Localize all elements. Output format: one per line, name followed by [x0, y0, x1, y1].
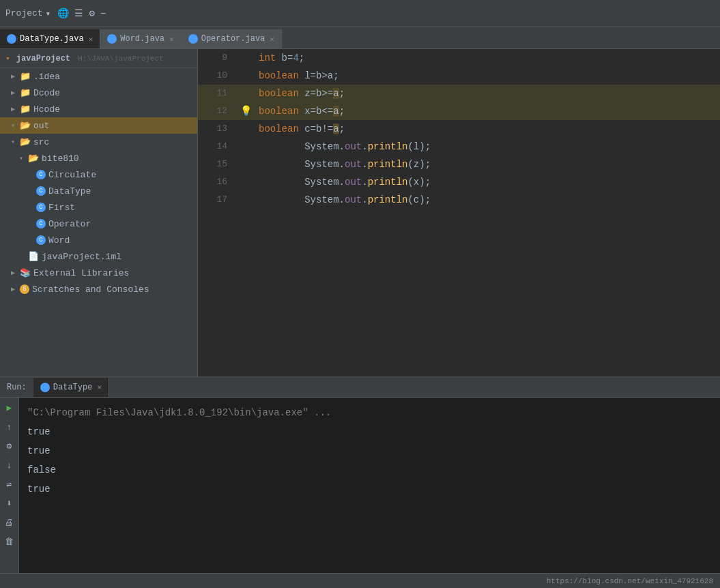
- code-text-16c: (x);: [407, 177, 431, 188]
- code-editor[interactable]: 9 int b=4; 10 boolean l=b>a; 11 boolean …: [198, 49, 720, 377]
- code-text-14a: System.: [259, 141, 345, 152]
- wrap-btn[interactable]: ⇌: [2, 477, 17, 492]
- keyword-boolean-12: boolean: [259, 106, 299, 117]
- arrow-dcode: ▶: [11, 89, 18, 97]
- code-content-16: System.out.println(x);: [256, 173, 720, 191]
- bottom-tab-datatype[interactable]: DataType ✕: [33, 378, 109, 397]
- sidebar-item-src[interactable]: ▾ 📂 src: [0, 134, 197, 150]
- project-tree-title: ▾ javaProject H:\JAVA\javaProject: [5, 54, 164, 63]
- tab-datatype[interactable]: DataType.java ✕: [0, 29, 100, 48]
- tab-word-close[interactable]: ✕: [169, 35, 174, 44]
- bottom-tab-close[interactable]: ✕: [97, 383, 102, 392]
- sidebar-item-circulate[interactable]: ▶ C Circulate: [0, 166, 197, 183]
- code-content-11: boolean z=b>=a;: [256, 85, 720, 102]
- trash-btn[interactable]: 🗑: [2, 534, 17, 549]
- sidebar-item-scratches[interactable]: ▶ S Scratches and Consoles: [0, 281, 197, 297]
- gutter-12: 💡: [235, 102, 256, 120]
- line-num-10: 10: [198, 67, 235, 85]
- settings-icon[interactable]: ⚙: [89, 8, 94, 19]
- sidebar-item-out[interactable]: ▾ 📂 out: [0, 117, 197, 134]
- word-file-icon: C: [36, 235, 46, 245]
- arrow-src: ▾: [11, 138, 18, 146]
- keyword-boolean-10: boolean: [259, 70, 299, 81]
- code-semi-9: ;: [299, 53, 304, 63]
- sidebar-item-dcode[interactable]: ▶ 📁 Dcode: [0, 85, 197, 101]
- sidebar-header: ▾ javaProject H:\JAVA\javaProject: [0, 49, 197, 68]
- scroll-up-btn[interactable]: ↑: [2, 420, 17, 435]
- tab-word[interactable]: Word.java ✕: [100, 29, 181, 48]
- arrow-external: ▶: [11, 269, 18, 277]
- field-out-16: out: [345, 177, 362, 188]
- sidebar-item-iml[interactable]: ▶ 📄 javaProject.iml: [0, 248, 197, 265]
- code-line-10: 10 boolean l=b>a;: [198, 67, 720, 85]
- sidebar-item-idea[interactable]: ▶ 📁 .idea: [0, 68, 197, 85]
- output-true-2: true: [27, 445, 51, 456]
- main-content: ▾ javaProject H:\JAVA\javaProject ▶ 📁 .i…: [0, 49, 720, 377]
- bottom-panel-content: ▶ ↑ ⚙ ↓ ⇌ ⬇ 🖨 🗑 "C:\Program Files\Java\j…: [0, 398, 720, 573]
- operator-tab-icon: [188, 34, 198, 44]
- code-text-16a: System.: [259, 177, 345, 188]
- line-num-13: 13: [198, 120, 235, 138]
- keyword-boolean-13: boolean: [259, 123, 299, 134]
- status-bar: https://blog.csdn.net/weixin_47921628: [0, 573, 720, 588]
- code-line-14: 14 System.out.println(l);: [198, 138, 720, 156]
- sidebar-item-word[interactable]: ▶ C Word: [0, 232, 197, 248]
- sidebar-item-hcode[interactable]: ▶ 📁 Hcode: [0, 101, 197, 117]
- bottom-tab-label: DataType: [53, 383, 93, 392]
- folder-dcode-icon: 📁: [20, 87, 31, 98]
- code-content-17: System.out.println(c);: [256, 191, 720, 209]
- sidebar-item-external-label: External Libraries: [33, 268, 129, 278]
- list-icon[interactable]: ☰: [74, 8, 83, 19]
- code-text-11b: ;: [339, 88, 345, 99]
- code-text-17a: System.: [259, 194, 345, 205]
- sidebar: ▾ javaProject H:\JAVA\javaProject ▶ 📁 .i…: [0, 49, 198, 377]
- highlight-a-11: a: [333, 88, 339, 99]
- sidebar-item-operator-label: Operator: [48, 219, 91, 229]
- code-text-9: b=: [276, 53, 293, 63]
- code-text-14b: .: [362, 141, 367, 152]
- code-line-15: 15 System.out.println(z);: [198, 156, 720, 173]
- code-text-17c: (c);: [407, 194, 431, 205]
- folder-hcode-icon: 📁: [20, 104, 31, 115]
- datatype-file-icon: C: [36, 186, 46, 196]
- run-label: Run:: [0, 383, 33, 392]
- scroll-down-btn[interactable]: ↓: [2, 458, 17, 473]
- sidebar-item-first-label: First: [48, 203, 75, 213]
- sidebar-item-external-libraries[interactable]: ▶ 📚 External Libraries: [0, 265, 197, 281]
- console-output-line-4: true: [27, 480, 712, 499]
- arrow-scratches: ▶: [11, 285, 18, 293]
- code-content-12: boolean x=b<=a;: [256, 102, 720, 120]
- line-num-16: 16: [198, 173, 235, 191]
- highlight-a-12: a: [333, 106, 339, 117]
- code-content-9: int b=4;: [256, 49, 720, 67]
- tab-operator[interactable]: Operator.java ✕: [182, 29, 282, 48]
- print-btn[interactable]: 🖨: [2, 515, 17, 530]
- code-line-17: 17 System.out.println(c);: [198, 191, 720, 209]
- bulb-icon[interactable]: 💡: [240, 102, 252, 120]
- tab-operator-close[interactable]: ✕: [270, 35, 274, 44]
- highlight-a-13: a: [333, 123, 339, 134]
- sidebar-item-operator[interactable]: ▶ C Operator: [0, 216, 197, 232]
- minimize-icon[interactable]: −: [100, 8, 106, 19]
- settings-run-btn[interactable]: ⚙: [2, 439, 17, 454]
- run-text: Run:: [7, 383, 27, 392]
- sidebar-item-scratches-label: Scratches and Consoles: [32, 284, 149, 295]
- code-text-15a: System.: [259, 159, 345, 170]
- sidebar-item-datatype[interactable]: ▶ C DataType: [0, 183, 197, 199]
- line-num-9: 9: [198, 49, 235, 67]
- first-file-icon: C: [36, 203, 46, 212]
- globe-icon[interactable]: 🌐: [57, 8, 69, 19]
- method-println-16: println: [368, 177, 408, 188]
- download-btn[interactable]: ⬇: [2, 496, 17, 511]
- console-output: "C:\Program Files\Java\jdk1.8.0_192\bin\…: [19, 398, 720, 573]
- bottom-sidebar: ▶ ↑ ⚙ ↓ ⇌ ⬇ 🖨 🗑: [0, 398, 19, 573]
- tab-datatype-close[interactable]: ✕: [89, 35, 93, 44]
- sidebar-item-first[interactable]: ▶ C First: [0, 199, 197, 216]
- run-btn[interactable]: ▶: [2, 400, 17, 415]
- sidebar-item-circulate-label: Circulate: [48, 170, 96, 180]
- sidebar-item-hcode-label: Hcode: [33, 104, 60, 115]
- output-true-1: true: [27, 426, 51, 437]
- tab-datatype-label: DataType.java: [20, 34, 84, 44]
- project-button[interactable]: Project ▾: [5, 8, 51, 19]
- sidebar-item-bite810[interactable]: ▾ 📂 bite810: [0, 150, 197, 166]
